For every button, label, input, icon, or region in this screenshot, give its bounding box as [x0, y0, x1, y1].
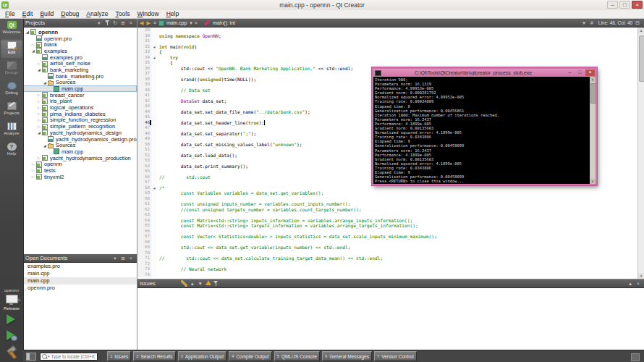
debug-run-button[interactable] [7, 330, 15, 340]
expanded-arrow-icon[interactable]: ◢ [42, 143, 48, 148]
tree-item[interactable]: ▷blank [23, 41, 137, 48]
close-panel-icon[interactable]: × [127, 20, 135, 27]
code-line[interactable]: 67 const Vector< Statistics<double> > in… [137, 234, 637, 240]
code-line[interactable]: 30using namespace OpenNN; [137, 33, 637, 39]
editor-scrollbar[interactable]: ▲ ▼ [637, 28, 644, 279]
code-line[interactable]: 69 std::cout << data_set.get_variable(in… [137, 245, 637, 251]
code-line[interactable]: 31 [137, 38, 637, 44]
mode-debug[interactable]: Debug [0, 80, 23, 100]
expanded-arrow-icon[interactable]: ◢ [36, 130, 42, 135]
maximize-button[interactable]: □ [619, 1, 630, 9]
code-line[interactable]: 60 [137, 196, 637, 202]
document-menu-icon[interactable]: ≡ [153, 20, 156, 25]
code-line[interactable]: 63 [137, 212, 637, 218]
build-button[interactable] [6, 346, 17, 358]
code-line[interactable]: 71// std::cout << data_set.calculate_tra… [137, 256, 637, 261]
menu-item-build[interactable]: Build [36, 10, 57, 18]
code-line[interactable]: 35 { [137, 60, 637, 66]
tree-item[interactable]: ◢Sources [23, 80, 137, 86]
output-pane-button-application-output[interactable]: 3Application Output [178, 351, 226, 361]
collapsed-arrow-icon[interactable]: ▷ [36, 111, 42, 117]
tree-item[interactable]: ▷logical_operations [23, 104, 137, 111]
collapsed-arrow-icon[interactable]: ▷ [30, 161, 36, 167]
toggle-sidebar-icon[interactable] [26, 353, 36, 361]
code-line[interactable]: 74 [137, 272, 637, 278]
split-panel-icon[interactable]: ⊞ [119, 20, 127, 27]
clean-icon[interactable] [181, 280, 188, 287]
mode-help[interactable]: ?Help [0, 140, 23, 161]
toolbar-caret-icon[interactable]: ▾ [582, 20, 585, 26]
kit-selector-button[interactable]: ▷ Release [0, 295, 23, 311]
code-line[interactable]: 32◢int main(void) [137, 44, 637, 50]
locator[interactable]: ▾ [40, 353, 98, 361]
tree-item[interactable]: bank_marketing.pro [23, 73, 137, 80]
expanded-arrow-icon[interactable]: ◢ [30, 48, 36, 54]
code-line[interactable]: 29 [137, 28, 637, 33]
tree-item[interactable]: ◢bank_marketing [23, 67, 137, 73]
mode-projects[interactable]: Projects [0, 100, 23, 120]
run-button[interactable] [7, 314, 15, 324]
collapsed-arrow-icon[interactable]: ▷ [30, 42, 36, 48]
tree-item[interactable]: ▷simple_pattern_recognition [23, 123, 137, 130]
tree-item[interactable]: ▷opennn [23, 161, 137, 167]
mode-design[interactable]: Design [0, 59, 23, 80]
tree-item[interactable]: ▷simple_function_regression [23, 117, 137, 124]
code-line[interactable]: 62 //const unsigned targets_number = var… [137, 207, 637, 213]
tree-item[interactable]: ▷airfoil_self_noise [23, 60, 137, 67]
collapsed-arrow-icon[interactable]: ▷ [36, 92, 42, 98]
tree-item[interactable]: ▷breast_cancer [23, 92, 137, 98]
split-editor-icon[interactable]: ⊟ [635, 20, 640, 26]
next-item-icon[interactable]: ▼ [197, 280, 204, 287]
mode-analyze[interactable]: Analyze [0, 120, 23, 140]
tree-item[interactable]: ▷tests [23, 167, 137, 174]
console-scrollbar-thumb[interactable] [590, 83, 596, 104]
split-panel-icon[interactable]: ⊞ [119, 255, 127, 262]
locator-input[interactable] [51, 354, 96, 359]
collapsed-arrow-icon[interactable]: ▷ [36, 105, 42, 111]
close-panel-icon[interactable]: × [635, 280, 642, 287]
output-pane-button-issues[interactable]: 1Issues [107, 351, 131, 361]
code-line[interactable]: 68 [137, 240, 637, 245]
tree-item[interactable]: opennn.pro [23, 35, 137, 42]
tree-item[interactable]: ▷yacht_hydrodynamics_production [23, 155, 137, 161]
output-pane-button-compile-output[interactable]: 4Compile Output [229, 351, 272, 361]
open-document-item[interactable]: opennn.pro [23, 285, 137, 292]
code-line[interactable]: 59 const Variables variables = data_set.… [137, 190, 637, 196]
expanded-arrow-icon[interactable]: ◢ [36, 67, 42, 72]
back-icon[interactable]: ◀ [140, 20, 143, 26]
code-line[interactable]: 61 const unsigned inputs_number = variab… [137, 201, 637, 207]
tree-item[interactable]: main.cpp [23, 148, 137, 155]
code-line[interactable]: 72 [137, 261, 637, 267]
document-tab[interactable]: main.cpp [166, 20, 187, 25]
code-line[interactable]: 65 const Matrix<std::string> targets_inf… [137, 223, 637, 229]
maximize-panel-icon[interactable]: ▲ [627, 280, 634, 287]
menu-item-tools[interactable]: Tools [112, 10, 134, 18]
code-line[interactable]: 66 [137, 229, 637, 235]
panel-mode-caret-icon[interactable]: ▾ [96, 20, 103, 27]
console-minimize-button[interactable]: – [565, 70, 575, 76]
collapsed-arrow-icon[interactable]: ▷ [36, 117, 42, 123]
panel-mode-caret-icon[interactable]: ▾ [111, 255, 119, 262]
filter-icon[interactable] [103, 20, 111, 27]
collapsed-arrow-icon[interactable]: ▷ [36, 124, 42, 130]
code-line[interactable]: 70 [137, 251, 637, 256]
expanded-arrow-icon[interactable]: ◢ [42, 80, 48, 85]
code-line[interactable]: 58◢/* [137, 185, 637, 191]
code-line[interactable]: 73 // Neural network [137, 266, 637, 272]
open-document-item[interactable]: main.cpp [23, 270, 137, 277]
tree-item[interactable]: examples.pro [23, 54, 137, 61]
document-dropdown-icon[interactable]: ▾ [190, 20, 192, 26]
collapsed-arrow-icon[interactable]: ▷ [36, 98, 42, 104]
tree-item[interactable]: ◢yacht_hydrodynamics_design [23, 130, 137, 136]
mode-edit[interactable]: Edit [0, 39, 23, 59]
filter-icon[interactable] [213, 280, 220, 287]
code-line[interactable]: 64 const Matrix<std::string> inputs_info… [137, 218, 637, 224]
tree-item[interactable]: yacht_hydrodynamics_design.pro [23, 136, 137, 143]
tree-item[interactable]: main.cpp [23, 85, 137, 92]
console-titlebar[interactable]: C:\Qt\Tools\QtCreator\bin\qtcreator_proc… [373, 69, 596, 77]
close-document-icon[interactable]: × [195, 20, 198, 25]
console-close-button[interactable]: × [585, 70, 595, 76]
collapsed-arrow-icon[interactable]: ▷ [30, 174, 36, 180]
minimize-button[interactable]: – [607, 1, 618, 9]
tree-item[interactable]: ◢opennn [23, 29, 137, 35]
